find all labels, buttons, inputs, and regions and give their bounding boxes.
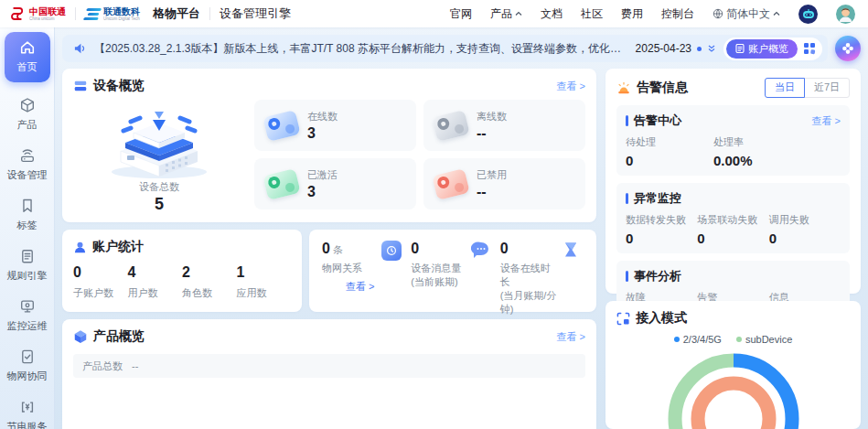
offline-device-icon [432, 110, 469, 142]
menu-item-docs[interactable]: 文档 [541, 6, 563, 22]
sidebar: 首页 产品 设备管理 标签 规则引 [0, 27, 55, 429]
person-icon [836, 5, 855, 24]
announcement-date[interactable]: 2025-04-23 [636, 42, 716, 55]
menu-item-console[interactable]: 控制台 [661, 6, 694, 22]
section-bar [626, 271, 628, 282]
digital-tech-icon [83, 8, 102, 20]
usage-stats-card: 0条 物网关系 查看 > 0 设备消息量(当前账期) [309, 230, 596, 312]
tab-today[interactable]: 当日 [765, 78, 805, 98]
sidebar-item-device-management[interactable]: 设备管理 [2, 140, 53, 190]
sidebar-item-monitoring-ops[interactable]: 监控运维 [2, 291, 53, 341]
chevron-up-icon [773, 11, 780, 16]
sidebar-item-power-saving-service[interactable]: 节电服务 [2, 391, 53, 429]
sidebar-item-home[interactable]: 首页 [5, 32, 50, 82]
brackets-yuan-icon [19, 399, 36, 415]
chevron-up-icon [515, 11, 522, 16]
abnormal-monitor-section: 异常监控 数据转发失败 0 场景联动失败 0 [616, 183, 850, 253]
assistant-robot-avatar[interactable] [798, 5, 818, 24]
stat-pending: 待处理 0 [626, 135, 713, 168]
section-bar [626, 193, 628, 204]
stat-apps: 1 应用数 [237, 264, 292, 300]
device-overview-icon [73, 79, 88, 93]
product-total-strip: 产品总数 -- [73, 354, 585, 378]
menu-item-website[interactable]: 官网 [450, 6, 472, 22]
unicom-knot-icon [9, 5, 26, 22]
product-overview-view-link[interactable]: 查看 > [557, 330, 585, 344]
device-stat-tiles: 在线数 3 离线数 -- 已激活 [254, 100, 585, 214]
chart-legend: 2/3/4/5G subDevice [616, 334, 850, 345]
alarm-center-view-link[interactable]: 查看 > [812, 114, 841, 128]
menu-item-community[interactable]: 社区 [581, 6, 603, 22]
announcement-banner[interactable]: 【2025.03.28_2.1.3版本】新版本上线，丰富JT/T 808 苏标平… [62, 35, 828, 62]
brand-primary-title: 中国联通 [29, 7, 66, 16]
access-mode-donut-chart [616, 350, 850, 429]
alarm-siren-icon [616, 81, 631, 95]
card-title: 设备概览 [93, 78, 145, 94]
alarm-info-card: 告警信息 当日 近7日 告警中心 查看 > [605, 69, 861, 294]
menu-item-products[interactable]: 产品 [490, 6, 522, 22]
calendar-icon [381, 241, 402, 261]
divider [209, 7, 210, 20]
sidebar-item-rule-engine[interactable]: 规则引擎 [2, 241, 53, 291]
stat-subaccounts: 0 子账户数 [73, 264, 128, 300]
account-doc-icon [735, 44, 745, 53]
stat-roles: 2 角色数 [182, 264, 237, 300]
sidebar-item-product[interactable]: 产品 [2, 90, 53, 140]
bookmark-icon [19, 198, 36, 214]
top-navbar: 中国联通 China unicom 联通数科 Unicom Digital Te… [0, 0, 868, 27]
home-icon [19, 39, 36, 56]
legend-subdevice[interactable]: subDevice [736, 334, 792, 345]
account-overview-button[interactable]: 账户概览 [726, 39, 798, 59]
globe-icon [713, 8, 723, 19]
clipboard-icon [19, 248, 36, 264]
alarm-period-tabs: 当日 近7日 [765, 78, 850, 98]
disabled-device-icon [432, 168, 469, 200]
assistant-floating-button[interactable] [835, 36, 861, 61]
device-total-label: 设备总数 [139, 180, 179, 194]
language-selector[interactable]: 简体中文 [713, 6, 780, 22]
platform-name[interactable]: 格物平台 [153, 5, 200, 22]
stat-scene-linkage-fail: 场景联动失败 0 [697, 213, 768, 246]
top-menu: 官网 产品 文档 社区 费用 控制台 简体中文 [450, 5, 855, 24]
device-illustration [91, 100, 228, 178]
access-mode-card: 接入模式 2/3/4/5G subDevice [605, 301, 861, 429]
cube-icon [19, 97, 36, 113]
monitor-icon [19, 298, 36, 315]
sidebar-item-iot-collaboration[interactable]: 物网协同 [2, 341, 53, 391]
engine-name[interactable]: 设备管理引擎 [220, 5, 291, 22]
double-chevron-down-icon[interactable] [707, 44, 716, 53]
unread-dot [697, 47, 702, 51]
stat-device-messages: 0 设备消息量(当前账期) [411, 241, 494, 301]
device-overview-view-link[interactable]: 查看 > [557, 80, 585, 93]
digital-tech-logo: 联通数科 Unicom Digital Tech [85, 7, 144, 21]
brand-secondary-title: 联通数科 [103, 7, 144, 16]
access-mode-icon [616, 312, 630, 326]
stat-tile-offline: 离线数 -- [423, 100, 585, 151]
legend-dot-blue [674, 337, 680, 342]
account-stats-icon [73, 241, 87, 254]
apps-grid-icon[interactable] [803, 42, 816, 55]
menu-item-billing[interactable]: 费用 [621, 6, 643, 22]
tab-last-7-days[interactable]: 近7日 [804, 78, 850, 98]
iot-relations-view-link[interactable]: 查看 > [346, 280, 380, 294]
announcement-text: 【2025.03.28_2.1.3版本】新版本上线，丰富JT/T 808 苏标平… [94, 41, 628, 57]
donut-chart-svg [665, 350, 802, 429]
stat-call-fail: 调用失败 0 [769, 213, 841, 246]
section-bar [626, 115, 628, 126]
robot-icon [802, 9, 815, 19]
stat-iot-relations: 0条 物网关系 查看 > [322, 241, 405, 301]
device-overview-card: 设备概览 查看 > [62, 69, 596, 222]
hourglass-icon [562, 241, 580, 263]
gateway-icon [19, 147, 36, 164]
product-overview-icon [73, 329, 88, 344]
legend-dot-green [736, 337, 742, 342]
stat-tile-online: 在线数 3 [254, 100, 416, 151]
file-check-icon [19, 349, 36, 365]
legend-cellular[interactable]: 2/3/4/5G [674, 334, 722, 345]
sidebar-item-tags[interactable]: 标签 [2, 190, 53, 241]
stat-online-duration: 0 设备在线时长(当月账期/分钟) [500, 241, 584, 301]
brand-primary-subtitle: China unicom [29, 16, 62, 21]
user-avatar[interactable] [836, 5, 855, 24]
alarm-center-section: 告警中心 查看 > 待处理 0 处理率 0.00% [616, 105, 850, 176]
brand-secondary-subtitle: Unicom Digital Tech [103, 16, 140, 21]
